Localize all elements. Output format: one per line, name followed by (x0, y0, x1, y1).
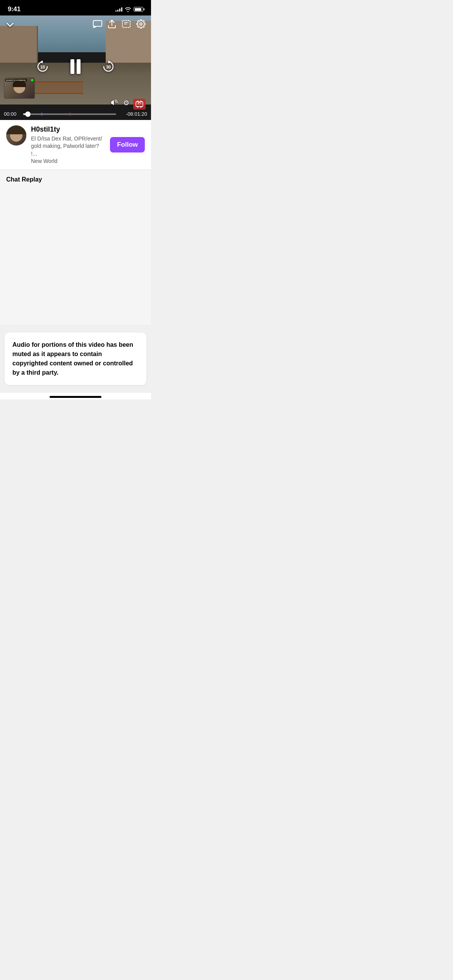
video-top-right (93, 19, 146, 30)
progress-thumb[interactable] (25, 111, 31, 117)
wifi-icon (125, 7, 131, 12)
svg-rect-0 (93, 21, 102, 26)
progress-bar[interactable] (23, 113, 116, 115)
status-time: 9:41 (8, 5, 21, 13)
video-top-left (5, 20, 15, 29)
home-indicator-area (0, 393, 151, 399)
forward-button[interactable]: 30 (100, 58, 117, 75)
fullscreen-icon[interactable] (133, 99, 146, 110)
stream-description: El D/Isa Dex Rat, OPR/event/ gold making… (31, 135, 105, 158)
signal-icon (115, 7, 122, 12)
settings-icon[interactable] (136, 19, 146, 30)
chapter-marker-1 (41, 113, 43, 116)
pip-live-dot (31, 79, 33, 81)
stream-info: H0stil1ty El D/Isa Dex Rat, OPR/event/ g… (0, 120, 151, 170)
battery-icon (134, 7, 143, 12)
video-top-bar (0, 15, 151, 34)
pip-thumbnail[interactable]: puesto lo a plganer (4, 77, 35, 99)
rewind-button[interactable]: 10 (34, 58, 51, 75)
current-time: 00:00 (4, 111, 20, 117)
video-bottom: ⚙ 00:00 (0, 99, 151, 120)
chapter-marker-2 (69, 113, 70, 116)
pip-text: puesto lo a plganer (5, 79, 27, 82)
notice-card: Audio for portions of this video has bee… (5, 332, 146, 385)
pause-bar-right (77, 59, 81, 74)
notice-text: Audio for portions of this video has bee… (12, 340, 139, 377)
chat-title: Chat Replay (6, 176, 145, 183)
volume-icon[interactable] (111, 99, 119, 110)
rewind-label: 10 (40, 65, 45, 69)
channel-name[interactable]: H0stil1ty (31, 125, 105, 134)
chat-section: Chat Replay (0, 170, 151, 325)
video-center-controls: 10 30 (0, 58, 151, 75)
svg-point-3 (140, 23, 142, 25)
avatar[interactable] (6, 125, 26, 146)
svg-point-1 (93, 27, 94, 28)
forward-label: 30 (106, 65, 111, 69)
video-bottom-icons: ⚙ (4, 99, 147, 110)
stream-text: H0stil1ty El D/Isa Dex Rat, OPR/event/ g… (31, 125, 105, 164)
status-icons (115, 7, 143, 12)
pause-button[interactable] (70, 59, 81, 74)
share-icon[interactable] (108, 19, 116, 30)
channel-points-icon[interactable]: ⚙ (123, 99, 129, 110)
video-controls-overlay: 10 30 (0, 15, 151, 120)
video-player[interactable]: 10 30 (0, 15, 151, 120)
clip-icon[interactable] (122, 20, 131, 30)
remaining-time: -08:01:20 (119, 111, 147, 117)
pause-bar-left (70, 59, 74, 74)
status-bar: 9:41 (0, 0, 151, 15)
progress-row: 00:00 -08:01:20 (4, 111, 147, 117)
chevron-down-icon[interactable] (5, 20, 15, 29)
home-bar (50, 396, 101, 398)
cast-icon[interactable] (93, 20, 102, 29)
follow-button[interactable]: Follow (110, 137, 145, 152)
stream-game[interactable]: New World (31, 158, 105, 164)
